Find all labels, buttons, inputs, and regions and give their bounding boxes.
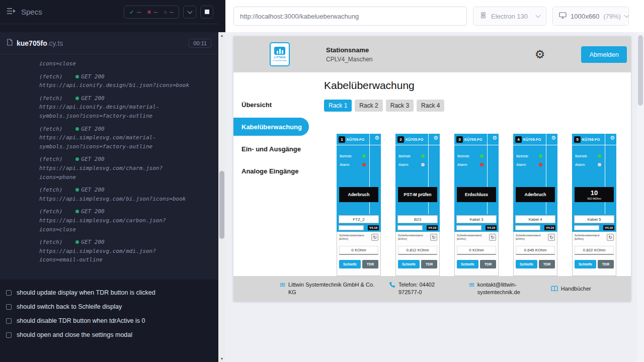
footer-phone-link[interactable]: Telefon: 04402 972577-0 — [389, 281, 455, 296]
test-list: should update display when TDR button is… — [0, 280, 218, 362]
measurement-value: 0.822 KOhm — [575, 246, 614, 255]
scroll-down-icon[interactable]: ▼ — [218, 357, 225, 360]
logout-button[interactable]: Abmelden — [581, 46, 627, 63]
device-model-label: KÜ706-FO — [582, 138, 600, 141]
betrieb-status-dot — [362, 154, 366, 158]
log-url-tail[interactable]: icons=close — [39, 59, 189, 68]
device-card: 4 KÜ705-FO ⚙ Betrieb Alarm Aderbruch Kab… — [513, 134, 557, 276]
test-item[interactable]: should open and close the settings modal — [6, 328, 212, 342]
alarm-status-dot — [421, 163, 425, 166]
tdr-button[interactable]: TDR — [598, 260, 614, 268]
firmware-version-badge: V4.19 — [603, 225, 614, 230]
station-label: Stationsname — [326, 46, 373, 54]
device-card: 3 KÜ705-FO ⚙ Betrieb Alarm Erdschluss Ka… — [454, 134, 499, 276]
tdr-button[interactable]: TDR — [480, 260, 496, 268]
email-icon: ✉ — [280, 282, 285, 288]
success-dot-icon — [75, 157, 79, 161]
device-card: 1 KÜ705-FO ⚙ Betrieb Alarm Aderbruch FTZ… — [337, 134, 381, 276]
app-footer: ✉ Littwin Systemtechnik GmbH & Co. KG Te… — [233, 276, 631, 301]
refresh-icon[interactable]: ↻ — [371, 234, 378, 241]
logo-building-icon — [274, 47, 285, 55]
stop-button[interactable] — [200, 6, 213, 19]
browser-select[interactable]: Electron 130 — [473, 7, 546, 26]
browser-name: Electron 130 — [491, 13, 528, 20]
device-card: 5 KÜ706-FO ⚙ Betrieb Alarm 10 ISO MOhm K… — [572, 134, 616, 276]
blank-field — [515, 225, 540, 230]
betrieb-status-dot — [421, 154, 425, 158]
footer-manuals-link[interactable]: Handbücher — [551, 285, 591, 293]
tab-rack-4[interactable]: Rack 4 — [417, 100, 444, 112]
refresh-icon[interactable]: ↻ — [489, 234, 496, 241]
sidebar-item-analoge-eingaenge[interactable]: Analoge Eingänge — [233, 160, 316, 182]
scroll-up-icon[interactable]: ▲ — [218, 34, 225, 37]
settings-gear-icon[interactable]: ⚙ — [535, 49, 545, 60]
sidebar-item-kabelueberwachung[interactable]: Kabelüberwachung — [233, 118, 309, 136]
device-model-label: KÜ705-FO — [347, 138, 364, 141]
network-log-entry[interactable]: (fetch)GET 200 https://api.simplesvg.com… — [39, 125, 189, 151]
network-log-entry[interactable]: (fetch)GET 200 https://api.iconify.desig… — [39, 72, 189, 90]
refresh-icon[interactable]: ↻ — [548, 234, 555, 241]
cable-name-field[interactable]: B23 — [397, 215, 438, 223]
footer-email-link[interactable]: ✉ kontakt@littwin-systemtechnik.de — [469, 281, 537, 296]
tab-rack-2[interactable]: Rack 2 — [355, 100, 382, 112]
device-settings-icon[interactable]: ⚙ — [433, 135, 438, 141]
success-dot-icon — [75, 240, 79, 244]
collapse-button[interactable] — [183, 6, 196, 19]
url-input[interactable] — [233, 7, 467, 26]
aut-viewport: LITTWIN SYSTEMTECHNIK Stationsname CPLV4… — [225, 32, 637, 362]
tab-rack-1[interactable]: Rack 1 — [324, 100, 352, 112]
device-status-display: 10 ISO MOhm — [575, 187, 614, 202]
blank-field — [339, 225, 364, 230]
stat-failed: ×-- — [147, 9, 157, 16]
tab-rack-3[interactable]: Rack 3 — [386, 100, 414, 112]
sidebar-item-ein-und-ausgaenge[interactable]: Ein- und Ausgänge — [233, 138, 316, 160]
test-item[interactable]: should update display when TDR button is… — [6, 286, 212, 300]
footer-company-link[interactable]: ✉ Littwin Systemtechnik GmbH & Co. KG — [280, 281, 375, 296]
device-settings-icon[interactable]: ⚙ — [374, 135, 379, 141]
scrollbar-track[interactable]: ▲ ▼ — [218, 32, 225, 362]
cable-name-field[interactable]: Kabel 5 — [574, 215, 614, 223]
scrollbar-thumb[interactable] — [219, 171, 224, 239]
scrollbar-thumb[interactable] — [638, 35, 643, 106]
device-display: 2 KÜ705-FO ⚙ Betrieb Alarm PST-M prüfen … — [395, 134, 440, 232]
specs-menu-icon[interactable] — [7, 8, 16, 16]
device-display: 1 KÜ705-FO ⚙ Betrieb Alarm Aderbruch FTZ… — [337, 134, 381, 232]
schleife-button[interactable]: Schleife — [457, 260, 478, 268]
scrollbar-track[interactable] — [637, 32, 644, 362]
sidebar-item-uebersicht[interactable]: Übersicht — [233, 94, 316, 116]
schleife-button[interactable]: Schleife — [398, 260, 420, 268]
refresh-icon[interactable]: ↻ — [607, 234, 614, 241]
browser-toolbar: Electron 130 1000x660 (79%) — [225, 0, 644, 32]
viewport-select[interactable]: 1000x660 (79%) — [552, 7, 629, 26]
cable-name-field[interactable]: Kabel 3 — [456, 215, 497, 223]
device-settings-icon[interactable]: ⚙ — [551, 135, 556, 141]
cable-name-field[interactable]: FTZ_2 — [339, 215, 379, 223]
schleife-button[interactable]: Schleife — [339, 260, 361, 268]
monitor-icon — [559, 12, 567, 21]
network-log-entry[interactable]: (fetch)GET 200 https://api.simplesvg.com… — [39, 238, 189, 264]
spec-file-icon — [7, 39, 13, 47]
network-log-entry[interactable]: (fetch)GET 200 https://api.iconify.desig… — [39, 94, 189, 121]
tdr-button[interactable]: TDR — [539, 260, 555, 268]
test-item[interactable]: should disable TDR button when tdrActive… — [6, 314, 212, 328]
tdr-button[interactable]: TDR — [421, 260, 437, 268]
betrieb-status-dot — [598, 154, 601, 158]
device-settings-icon[interactable]: ⚙ — [610, 135, 615, 141]
test-item[interactable]: should switch back to Schleife display — [6, 300, 212, 314]
schleife-button[interactable]: Schleife — [516, 260, 537, 268]
device-settings-icon[interactable]: ⚙ — [492, 135, 497, 141]
cable-name-field[interactable]: Kabel 4 — [515, 215, 555, 223]
spec-file-row[interactable]: kue705fo.cy.ts 00:11 — [0, 32, 218, 54]
network-log-entry[interactable]: (fetch)GET 200 https://api.simplesvg.com… — [39, 207, 189, 234]
device-status-display: Erdschluss — [457, 187, 496, 202]
tdr-button[interactable]: TDR — [362, 260, 378, 268]
spec-timer: 00:11 — [189, 39, 211, 48]
device-model-label: KÜ705-FO — [464, 138, 482, 141]
refresh-icon[interactable]: ↻ — [430, 234, 437, 241]
betrieb-label: Betrieb — [398, 154, 411, 158]
network-log-entry[interactable]: (fetch)GET 200 https://api.simplesvg.com… — [39, 186, 189, 203]
network-log-entry[interactable]: (fetch)GET 200 https://api.simplesvg.com… — [39, 155, 189, 182]
device-number-badge: 1 — [339, 136, 345, 143]
device-display: 5 KÜ706-FO ⚙ Betrieb Alarm 10 ISO MOhm K… — [572, 134, 616, 232]
schleife-button[interactable]: Schleife — [575, 260, 596, 268]
